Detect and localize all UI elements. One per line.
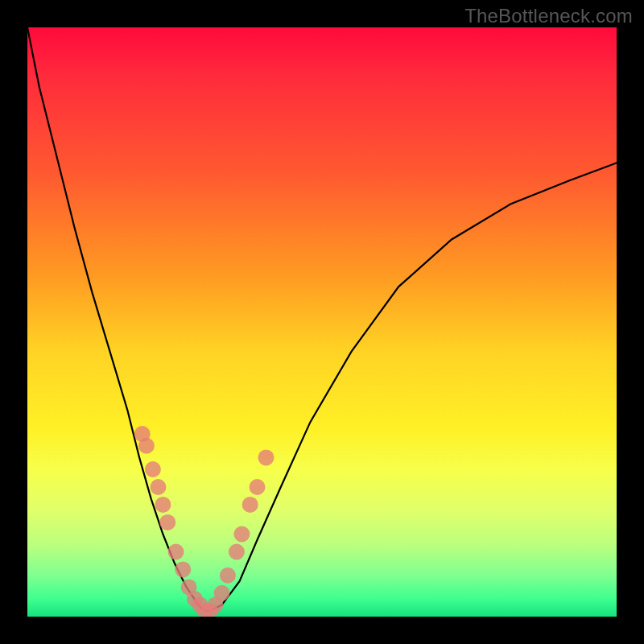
sample-dot (145, 461, 161, 477)
sample-dot (214, 585, 230, 601)
sample-dot (220, 568, 236, 584)
sample-dot (233, 526, 250, 543)
bottleneck-curve (27, 27, 617, 611)
sample-dot (175, 561, 191, 577)
sample-dot (168, 544, 184, 560)
sample-dot (258, 449, 275, 465)
sample-dot (138, 438, 155, 454)
sample-dots-group (134, 426, 275, 617)
sample-dot (229, 544, 245, 560)
sample-dot (159, 514, 175, 530)
watermark-label: TheBottleneck.com (464, 5, 633, 27)
chart-frame: TheBottleneck.com (0, 0, 644, 644)
gradient-plot-area (27, 27, 617, 617)
sample-dot (242, 497, 258, 513)
sample-dot (155, 497, 171, 513)
sample-dot (250, 479, 266, 495)
chart-svg (27, 27, 617, 617)
sample-dot (151, 479, 167, 495)
